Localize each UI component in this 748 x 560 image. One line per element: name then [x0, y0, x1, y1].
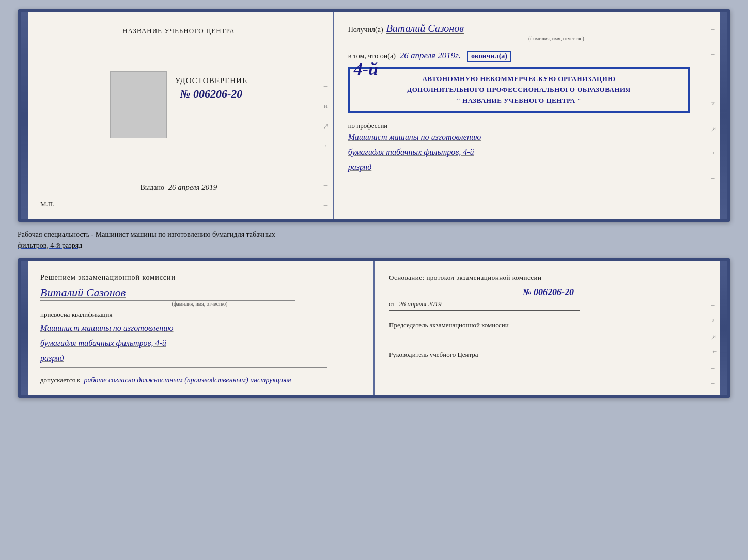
book-spine-left: [21, 12, 28, 219]
dopuskaetsya-text: работе согласно должностным (производств…: [84, 376, 291, 384]
poluchil-prefix: Получил(а): [348, 26, 383, 34]
poluchil-row: Получил(а) Виталий Сазонов –: [348, 23, 708, 35]
ot-prefix: от: [389, 300, 395, 308]
right-bars: – – – – и ,а ← – – –: [324, 12, 331, 219]
predsedatel-label: Председатель экзаменационной комиссии: [389, 320, 708, 330]
okonchil: окончил(а): [467, 51, 511, 62]
recipient-name: Виталий Сазонов: [386, 23, 464, 35]
top-certificate-book: НАЗВАНИЕ УЧЕБНОГО ЦЕНТРА УДОСТОВЕРЕНИЕ №…: [18, 9, 730, 222]
rukovoditel-section: Руководитель учебного Центра: [389, 349, 708, 371]
separator-main-text: Рабочая специальность - Машинист машины …: [18, 231, 275, 238]
dopuskaetsya-row: допускается к работе согласно должностны…: [40, 376, 359, 385]
profession-line2: бумагидля табачных фильтров, 4-й: [348, 145, 708, 160]
separator-underline-text: фильтров, 4-й разряд: [18, 242, 82, 249]
vtom-row: в том, что он(а) 26 апреля 2019г. окончи…: [348, 51, 708, 62]
ot-line: от 26 апреля 2019: [389, 300, 708, 308]
decision-title: Решением экзаменационной комиссии: [40, 274, 359, 282]
top-right-page: Получил(а) Виталий Сазонов – (фамилия, и…: [334, 12, 720, 219]
rukovoditel-label: Руководитель учебного Центра: [389, 349, 708, 360]
protocol-number: № 006206-20: [389, 287, 708, 298]
stamp-line3: " НАЗВАНИЕ УЧЕБНОГО ЦЕНТРА ": [357, 95, 681, 106]
bottom-book-spine-right: [720, 261, 727, 395]
bottom-book-spine-left: [21, 261, 28, 395]
qual-line3: разряд: [40, 351, 359, 366]
photo-placeholder: [110, 71, 167, 138]
stamp-line2: ДОПОЛНИТЕЛЬНОГО ПРОФЕССИОНАЛЬНОГО ОБРАЗО…: [357, 85, 681, 95]
osnovaniye-text: Основание: протокол экзаменационной коми…: [389, 274, 708, 282]
udostoverenie-number: № 006206-20: [175, 87, 248, 101]
bottom-recipient-name: Виталий Сазонов: [40, 286, 126, 299]
profession-line1: Машинист машины по изготовлению: [348, 130, 708, 145]
prisvoena-label: присвоена квалификация: [40, 311, 359, 319]
profession-line3: разряд: [348, 160, 708, 175]
stamp-line1: АВТОНОМНУЮ НЕКОММЕРЧЕСКУЮ ОРГАНИЗАЦИЮ: [357, 74, 681, 85]
separator-label: Рабочая специальность - Машинист машины …: [18, 227, 730, 253]
po-professii-label: по профессии: [348, 122, 708, 130]
predsedatel-section: Председатель экзаменационной комиссии: [389, 320, 708, 341]
right-edge-bars: – – – и ,а ← – –: [711, 12, 718, 219]
vydano-prefix: Выдано: [140, 184, 164, 191]
stamp-block: 4-й АВТОНОМНУЮ НЕКОММЕРЧЕСКУЮ ОРГАНИЗАЦИ…: [348, 67, 690, 113]
bottom-right-edge-bars: – – – и ,а ← – –: [711, 261, 718, 395]
book-spine-right: [720, 12, 727, 219]
vtom-date: 26 апреля 2019г.: [400, 51, 461, 61]
udostoverenie-label: УДОСТОВЕРЕНИЕ: [175, 76, 248, 85]
training-center-title: НАЗВАНИЕ УЧЕБНОГО ЦЕНТРА: [122, 27, 235, 35]
stamp-number: 4-й: [354, 59, 378, 79]
bottom-fio-caption: (фамилия, имя, отчество): [40, 301, 359, 307]
bottom-certificate-book: Решением экзаменационной комиссии Витали…: [18, 258, 730, 398]
bottom-name-block: Виталий Сазонов (фамилия, имя, отчество): [40, 286, 359, 307]
qual-line1: Машинист машины по изготовлению: [40, 321, 359, 336]
ot-date: 26 апреля 2019: [399, 300, 441, 308]
fio-caption-top: (фамилия, имя, отчество): [405, 36, 708, 41]
vydano-line: Выдано 26 апреля 2019: [140, 183, 217, 192]
dopuskaetsya-prefix: допускается к: [40, 376, 80, 384]
udostoverenie-block: УДОСТОВЕРЕНИЕ № 006206-20: [175, 76, 248, 101]
qual-line2: бумагидля табачных фильтров, 4-й: [40, 336, 359, 351]
bottom-left-page: Решением экзаменационной комиссии Витали…: [28, 261, 375, 395]
vydano-date: 26 апреля 2019: [168, 183, 217, 191]
top-left-page: НАЗВАНИЕ УЧЕБНОГО ЦЕНТРА УДОСТОВЕРЕНИЕ №…: [28, 12, 334, 219]
bottom-right-page: Основание: протокол экзаменационной коми…: [375, 261, 720, 395]
mp-label: М.П.: [40, 200, 54, 209]
